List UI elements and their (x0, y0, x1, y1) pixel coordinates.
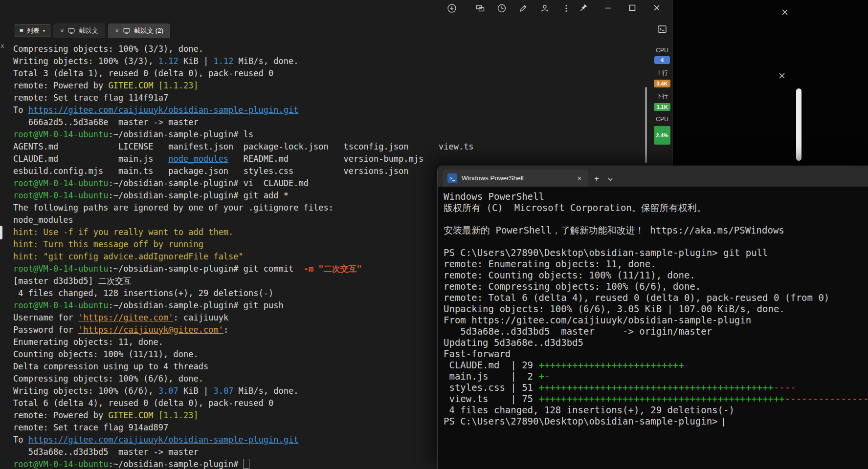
history-icon[interactable] (496, 2, 508, 14)
tab-close-icon[interactable]: × (115, 27, 119, 34)
hamburger-icon: ≡ (20, 27, 23, 34)
session-list-label: 列表 (27, 26, 40, 35)
cursor (723, 418, 724, 426)
terminal-line: remote: Powered by GITEE.COM [1.1.23] (13, 80, 664, 92)
edit-icon[interactable] (517, 2, 529, 14)
ssh-client-topbar (0, 0, 672, 21)
terminal-line: Total 3 (delta 1), reused 0 (delta 0), p… (13, 67, 664, 80)
terminal-scrollbar-thumb[interactable] (645, 87, 647, 163)
desktop: ≡ 列表 ▾ × 戴以文 × 戴以文 (2) (0, 0, 868, 469)
terminal-line: 安装最新的 PowerShell，了解新功能和改进！ https://aka.m… (444, 225, 868, 236)
terminal-line: CLAUDE.md | 29 +++++++++++++++++++++++++… (444, 360, 868, 371)
terminal-line: Updating 5d3a68e..d3d3bd5 (444, 337, 868, 348)
window-controls (577, 1, 663, 14)
terminal-line: PS C:\Users\27890\Desktop\obsidian-sampl… (444, 247, 868, 258)
terminal-line: remote: Enumerating objects: 11, done. (444, 258, 868, 270)
terminal-line: PS C:\Users\27890\Desktop\obsidian-sampl… (444, 416, 868, 427)
tab-close-icon[interactable]: × (574, 172, 585, 184)
cursor (244, 459, 249, 469)
user-icon[interactable] (539, 2, 551, 14)
download-icon[interactable] (446, 2, 458, 14)
monitor-badge: 4 (654, 56, 670, 64)
session-tab-label: 戴以文 (2) (134, 26, 164, 35)
session-tab-strip: ≡ 列表 ▾ × 戴以文 × 戴以文 (2) (0, 21, 643, 38)
terminal-line: CLAUDE.md main.js node_modules README.md… (13, 153, 664, 165)
terminal-line: AGENTS.md LICENSE manifest.json package-… (13, 141, 664, 153)
terminal-line: remote: Set trace flag 114f91a7 (13, 92, 664, 104)
session-tab-2[interactable]: × 戴以文 (2) (108, 23, 170, 38)
screens-icon[interactable] (474, 2, 486, 14)
monitor-label: 上行 (656, 69, 668, 77)
terminal-line: remote: Compressing objects: 100% (6/6),… (444, 281, 868, 292)
terminal-line: Writing objects: 100% (3/3), 1.12 KiB | … (13, 55, 664, 67)
terminal-line: Unpacking objects: 100% (6/6), 3.05 KiB … (444, 303, 868, 315)
terminal-line: 666a2d5..5d3a68e master -> master (13, 116, 664, 128)
monitor-badge: 2.4% (654, 126, 670, 145)
terminal-line: view.ts | 75 +++++++++++++++++++++++++++… (444, 393, 868, 405)
powershell-window: >_ Windows PowerShell × + Windows PowerS… (437, 166, 868, 469)
terminal-line (444, 213, 868, 225)
terminal-line: To https://gitee.com/caijiuuyk/obsidian-… (13, 104, 664, 116)
terminal-line: root@VM-0-14-ubuntu:~/obsidian-sample-pl… (13, 128, 664, 141)
terminal-line: Fast-forward (444, 348, 868, 360)
terminal-line: styles.css | 51 ++++++++++++++++++++++++… (444, 382, 868, 393)
new-tab-button[interactable]: + (594, 174, 599, 183)
terminal-icon[interactable] (656, 23, 668, 35)
terminal-line: 版权所有 (C) Microsoft Corporation。保留所有权利。 (444, 202, 868, 213)
powershell-icon: >_ (447, 173, 457, 183)
monitor-icon (123, 28, 130, 34)
monitor-items: CPU4上行3.4K下行1.1KCPU2.4% (654, 42, 670, 145)
terminal-line: 4 files changed, 128 insertions(+), 29 d… (444, 405, 868, 416)
terminal-line: remote: Total 6 (delta 4), reused 0 (del… (444, 292, 868, 303)
background-window-scrollbar[interactable] (796, 88, 801, 161)
terminal-line (444, 236, 868, 247)
terminal-line: main.js | 2 +- (444, 371, 868, 382)
terminal-line: Compressing objects: 100% (3/3), done. (13, 43, 664, 55)
terminal-line: remote: Counting objects: 100% (11/11), … (444, 270, 868, 281)
tab-dropdown-button[interactable] (607, 176, 614, 182)
powershell-tab[interactable]: >_ Windows PowerShell × (443, 170, 588, 187)
monitor-label: CPU (656, 47, 668, 54)
powershell-output[interactable]: Windows PowerShell版权所有 (C) Microsoft Cor… (438, 187, 868, 469)
background-window-close-icon[interactable] (779, 7, 790, 18)
monitor-icon (68, 28, 75, 34)
monitor-label: CPU (656, 116, 668, 123)
more-icon[interactable] (560, 2, 572, 14)
maximize-icon[interactable] (626, 1, 639, 14)
terminal-line: From https://gitee.com/caijiuuyk/obsidia… (444, 315, 868, 326)
toolbar (446, 2, 572, 14)
tab-close-icon[interactable]: × (60, 27, 64, 34)
pin-icon[interactable] (577, 1, 590, 14)
caret-down-icon: ▾ (43, 28, 45, 33)
session-list-button[interactable]: ≡ 列表 ▾ (15, 24, 50, 37)
monitor-label: 下行 (656, 92, 668, 101)
close-icon[interactable] (650, 1, 663, 14)
session-tab-1[interactable]: × 戴以文 (53, 23, 106, 38)
minimize-icon[interactable] (601, 1, 614, 14)
powershell-tab-title: Windows PowerShell (462, 174, 569, 182)
session-tab-label: 戴以文 (79, 26, 99, 35)
terminal-line: 5d3a68e..d3d3bd5 master -> origin/master (444, 326, 868, 337)
monitor-badge: 3.4K (654, 80, 670, 87)
terminal-line: Windows PowerShell (444, 191, 868, 202)
monitor-badge: 1.1K (654, 103, 670, 111)
powershell-titlebar[interactable]: >_ Windows PowerShell × + (438, 166, 868, 187)
background-dialog-close-icon[interactable] (777, 70, 787, 81)
